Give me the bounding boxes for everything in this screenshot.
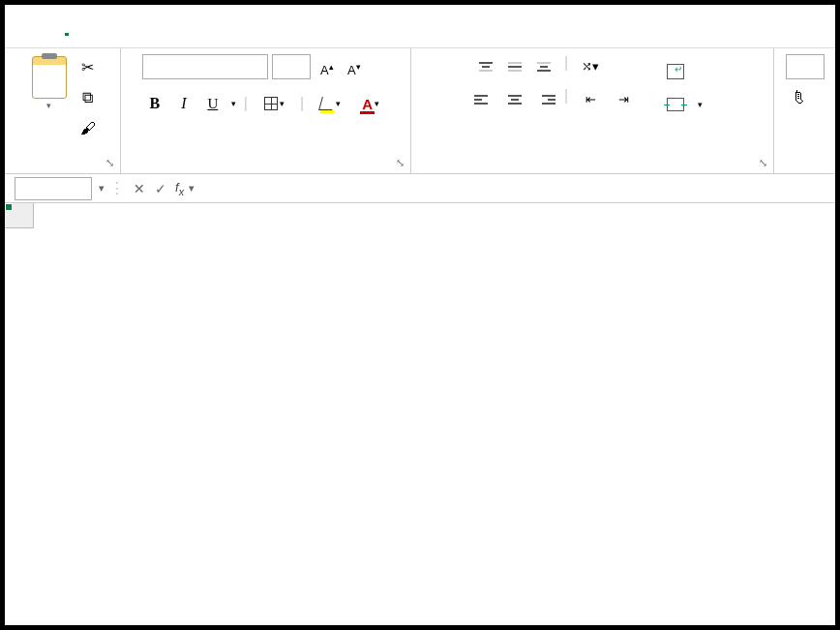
fill-color-button[interactable]: ▾ xyxy=(312,91,348,116)
group-font: A▴ A▾ B I U ▾ | ▾ | ▾ A▾ ⤡ xyxy=(121,48,411,173)
font-size-select[interactable] xyxy=(272,54,311,79)
align-middle-button[interactable] xyxy=(502,54,527,79)
orientation-button[interactable]: ⤭▾ xyxy=(576,54,605,79)
paste-button[interactable]: ▾ xyxy=(26,54,73,112)
format-painter-button[interactable]: 🖌 xyxy=(76,120,100,143)
decrease-indent-button[interactable]: ⇤ xyxy=(576,87,605,112)
fill-handle[interactable] xyxy=(5,203,13,211)
tab-view[interactable] xyxy=(282,16,285,36)
group-number: 🖁 xyxy=(774,48,835,173)
alignment-dialog-launcher[interactable]: ⤡ xyxy=(756,156,769,169)
number-format-select[interactable] xyxy=(786,54,825,79)
accounting-format-button[interactable]: 🖁 xyxy=(786,89,813,116)
formula-input[interactable] xyxy=(195,179,835,198)
ribbon-tabs xyxy=(5,5,835,48)
group-alignment: | ⤭▾ | ⇤ ⇥ xyxy=(411,48,774,173)
tab-review[interactable] xyxy=(251,16,255,36)
copy-button[interactable]: ⧉ xyxy=(76,89,100,112)
underline-button[interactable]: U xyxy=(200,91,225,116)
wrap-text-icon xyxy=(667,64,684,79)
borders-icon xyxy=(264,97,278,110)
group-clipboard: ▾ ✂ ⧉ 🖌 ⤡ xyxy=(5,48,121,173)
tab-file[interactable] xyxy=(34,16,38,36)
tab-help[interactable] xyxy=(344,16,347,36)
spreadsheet-grid[interactable] xyxy=(5,203,835,624)
align-right-button[interactable] xyxy=(531,87,556,112)
cut-button[interactable]: ✂ xyxy=(76,58,100,81)
merge-icon xyxy=(667,98,684,111)
align-bottom-button[interactable] xyxy=(531,54,556,79)
align-left-button[interactable] xyxy=(473,87,498,112)
increase-indent-button[interactable]: ⇥ xyxy=(609,87,638,112)
clipboard-dialog-launcher[interactable]: ⤡ xyxy=(103,156,116,169)
tab-data[interactable] xyxy=(220,16,224,36)
clipboard-icon xyxy=(32,56,67,99)
font-color-button[interactable]: A▾ xyxy=(352,91,389,116)
name-box-dropdown-icon[interactable]: ▾ xyxy=(98,182,105,195)
fx-icon[interactable]: fx xyxy=(171,180,188,197)
fx-dropdown-icon[interactable]: ▾ xyxy=(188,182,195,195)
fill-color-icon xyxy=(320,97,334,110)
tab-wps-pdf[interactable] xyxy=(96,16,100,36)
formula-bar: ▾ ⋮ ✕ ✓ fx ▾ xyxy=(5,174,835,203)
tab-insert[interactable] xyxy=(127,16,131,36)
align-top-button[interactable] xyxy=(473,54,498,79)
underline-dropdown-icon[interactable]: ▾ xyxy=(231,99,236,108)
font-dialog-launcher[interactable]: ⤡ xyxy=(393,156,406,169)
decrease-font-button[interactable]: A▾ xyxy=(342,54,367,79)
align-center-button[interactable] xyxy=(502,87,527,112)
borders-button[interactable]: ▾ xyxy=(255,91,292,116)
tab-page-layout[interactable] xyxy=(158,16,162,36)
cancel-formula-button[interactable]: ✕ xyxy=(129,181,150,196)
enter-formula-button[interactable]: ✓ xyxy=(150,181,171,196)
wrap-text-button[interactable] xyxy=(658,58,711,85)
ribbon: ▾ ✂ ⧉ 🖌 ⤡ A▴ A▾ B I U xyxy=(5,48,835,174)
increase-font-button[interactable]: A▴ xyxy=(315,54,340,79)
tab-home[interactable] xyxy=(65,16,69,36)
bold-button[interactable]: B xyxy=(142,91,167,116)
tab-developer[interactable] xyxy=(313,16,316,36)
name-box[interactable] xyxy=(15,177,92,200)
font-color-icon: A xyxy=(362,96,373,112)
tab-formulas[interactable] xyxy=(189,16,193,36)
italic-button[interactable]: I xyxy=(171,91,196,116)
merge-center-button[interactable]: ▾ xyxy=(658,91,711,118)
font-name-select[interactable] xyxy=(142,54,268,79)
